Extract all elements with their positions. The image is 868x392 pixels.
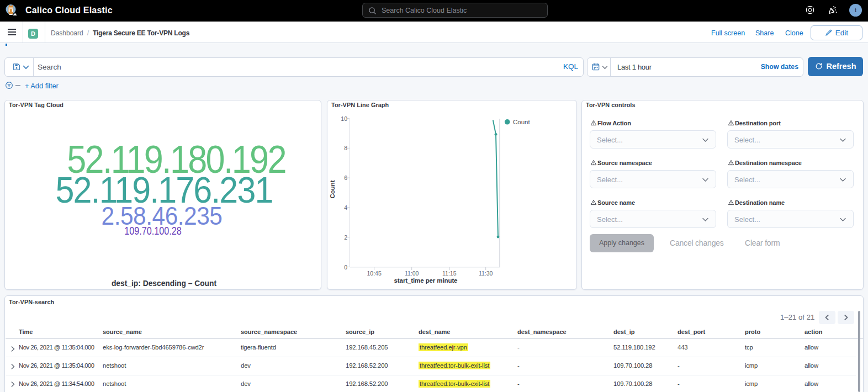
svg-text:10:45: 10:45	[367, 270, 381, 277]
svg-text:6: 6	[344, 174, 347, 181]
svg-text:11:00: 11:00	[405, 270, 419, 277]
svg-text:8: 8	[344, 145, 347, 151]
svg-text:11:30: 11:30	[479, 270, 493, 277]
svg-text:Count: Count	[329, 180, 336, 198]
svg-text:Count: Count	[513, 119, 530, 125]
svg-text:start_time per minute: start_time per minute	[394, 277, 458, 284]
svg-text:2: 2	[344, 234, 347, 241]
svg-text:4: 4	[344, 204, 347, 211]
svg-text:10: 10	[341, 115, 347, 122]
svg-text:0: 0	[344, 264, 347, 271]
svg-text:11:15: 11:15	[442, 270, 457, 277]
